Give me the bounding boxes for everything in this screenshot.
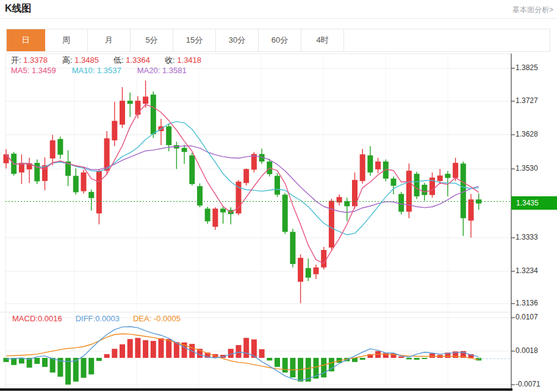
candle-down	[166, 126, 171, 145]
candle-up	[104, 138, 110, 171]
macd-hist-down	[19, 358, 24, 363]
candle-down	[88, 192, 94, 198]
macd-tick-3: -0.0071	[516, 380, 541, 388]
kline-page: K线图 基本面分析> 日 周 月 5分 15分 30分 60分 4时 开: 1.…	[0, 0, 557, 392]
macd-hist-down	[290, 358, 295, 377]
macd-hist-down	[96, 358, 102, 361]
candle-down	[282, 194, 288, 232]
candle-up	[4, 154, 9, 163]
macd-hist-up	[104, 354, 110, 358]
ma5-label: MA5:	[11, 66, 29, 75]
macd-hist-up	[174, 342, 179, 358]
macd-hist-up	[112, 349, 117, 358]
macd-hist-up	[243, 338, 249, 358]
candle-down	[306, 268, 311, 278]
macd-hist-down	[360, 358, 365, 360]
low-label: 低:	[113, 55, 124, 65]
open-value: 1.3378	[23, 55, 48, 65]
candle-up	[19, 163, 24, 173]
candle-down	[151, 94, 156, 134]
candle-up	[50, 140, 56, 159]
macd-hist-down	[406, 358, 412, 359]
macd-hist-up	[120, 344, 125, 358]
ma5-value: 1.3459	[32, 66, 56, 75]
ma20-label: MA20:	[137, 66, 160, 75]
candle-up	[453, 163, 458, 178]
candle-down	[57, 139, 63, 155]
candle-up	[329, 201, 334, 248]
macd-hist-down	[267, 358, 272, 360]
candle-up	[243, 169, 249, 183]
macd-hist-down	[275, 358, 280, 367]
macd-hist-down	[422, 358, 427, 359]
candle-up	[360, 154, 365, 181]
price-tick-7: 1.3136	[516, 299, 538, 307]
macd-hist-up	[143, 340, 148, 358]
close-label: 收:	[165, 55, 175, 65]
candle-down	[182, 148, 187, 152]
macd-tick-1: 0.0107	[516, 313, 538, 321]
price-tick-6: 1.3234	[516, 266, 538, 275]
price-tick-3: 1.3628	[516, 130, 538, 138]
candle-up	[298, 258, 303, 282]
candle-up	[469, 199, 474, 221]
candle-down	[414, 174, 420, 196]
candle-down	[290, 232, 295, 264]
open-label: 开:	[11, 55, 21, 65]
candle-down	[73, 176, 79, 192]
candle-up	[375, 162, 381, 169]
ma10-value: 1.3537	[97, 66, 121, 75]
candle-down	[205, 208, 210, 221]
candle-down	[197, 186, 203, 205]
current-price-tag: 1.3435	[511, 196, 557, 210]
candle-down	[398, 194, 404, 212]
candle-up	[112, 121, 117, 140]
macd-readout: MACD:0.0016DIFF:0.0003DEA: -0.0005	[12, 314, 194, 323]
bottom-scroll-bar[interactable]	[0, 388, 512, 391]
candle-up	[96, 171, 102, 213]
macd-hist-up	[159, 338, 164, 358]
price-tick-4: 1.3530	[516, 164, 538, 173]
macd-hist-down	[50, 358, 56, 372]
candle-down	[189, 155, 195, 184]
macd-hist-up	[151, 341, 156, 358]
macd-hist-up	[259, 349, 265, 358]
price-tick-1: 1.3825	[516, 63, 538, 72]
ma20-value: 1.3581	[162, 66, 187, 75]
macd-hist-up	[128, 339, 133, 358]
macd-value: MACD:0.0016	[12, 314, 62, 323]
candle-down	[367, 155, 373, 173]
candle-down	[220, 208, 226, 212]
low-value: 1.3364	[126, 55, 150, 65]
price-tick-5: 1.3333	[516, 233, 538, 241]
candle-up	[143, 96, 148, 104]
price-tick-2: 1.3727	[516, 96, 538, 105]
candle-down	[422, 185, 427, 195]
dea-value: DEA: -0.0005	[133, 314, 181, 323]
candle-down	[34, 163, 40, 181]
candle-down	[391, 179, 397, 186]
macd-hist-down	[42, 358, 48, 367]
macd-hist-down	[81, 358, 87, 378]
macd-hist-down	[321, 358, 326, 377]
candle-up	[212, 208, 218, 227]
close-value: 1.3418	[177, 55, 201, 65]
candle-down	[445, 174, 450, 178]
high-value: 1.3485	[74, 55, 99, 65]
high-label: 高:	[62, 55, 73, 65]
ma10-label: MA10:	[72, 66, 95, 75]
macd-hist-up	[166, 339, 171, 358]
candle-down	[128, 101, 133, 104]
macd-hist-up	[135, 338, 140, 358]
candle-up	[437, 176, 443, 181]
diff-value: DIFF:0.0003	[76, 314, 120, 323]
macd-hist-down	[88, 358, 94, 374]
macd-hist-down	[414, 358, 420, 360]
candle-up	[314, 268, 319, 274]
macd-hist-up	[429, 354, 435, 358]
ohlc-readout: 开: 1.3378高: 1.3485低: 1.3364收: 1.3418	[11, 55, 216, 66]
candle-down	[344, 201, 350, 206]
macd-tick-2: 0.0018	[516, 346, 538, 355]
macd-hist-down	[282, 358, 288, 372]
candle-down	[275, 176, 280, 194]
